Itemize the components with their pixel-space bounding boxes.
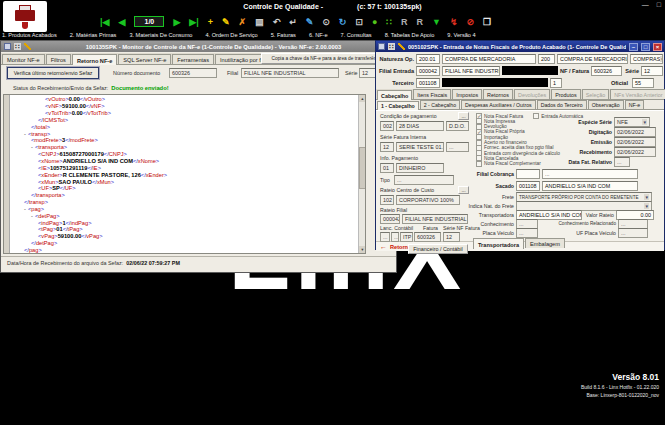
minimize-icon[interactable]: — xyxy=(642,1,649,8)
xml-left-scrollbar[interactable] xyxy=(4,95,10,253)
xml-vertical-scrollbar[interactable]: ▴ ▾ xyxy=(358,95,365,253)
menu-item-5-faturas[interactable]: 5. Faturas xyxy=(271,32,296,38)
scroll-down-icon[interactable]: ▾ xyxy=(359,246,366,253)
subtab-dados-do-terceiro[interactable]: Dados do Terceiro xyxy=(537,100,587,109)
sacado-code-field[interactable]: 001108 xyxy=(516,181,540,191)
menu-item-4-ordem-de-servi-o[interactable]: 4. Ordem De Serviço xyxy=(206,32,258,38)
serie-fatura-extra-field[interactable]: ... xyxy=(446,142,469,152)
subtab-nf-e[interactable]: NF-e xyxy=(625,100,645,109)
delete-icon[interactable]: ✗ xyxy=(239,17,247,27)
serie-fatura-desc-field[interactable]: SERIE TESTE 01.16 xyxy=(396,142,444,152)
natureza-desc-field[interactable]: COMPRA DE MERCADORIA xyxy=(442,54,536,64)
oficial-field[interactable]: 55 xyxy=(632,78,654,88)
tab-devolu-es[interactable]: Devoluções xyxy=(514,89,550,99)
nav-prev-icon[interactable]: ◀ xyxy=(118,17,125,27)
menu-item-7-consultas[interactable]: 7. Consultas xyxy=(341,32,372,38)
report-icon[interactable]: R xyxy=(401,17,408,27)
nav-first-icon[interactable]: |◀ xyxy=(100,17,109,27)
natureza-group-select[interactable]: COMPRAS xyxy=(630,54,663,64)
window-copy-icon[interactable]: ❐ xyxy=(483,17,491,27)
add-icon[interactable]: + xyxy=(208,17,213,27)
tab-monitor-nf-e[interactable]: Monitor NF-e xyxy=(2,54,45,64)
date-field-esp-cie-s-rie[interactable]: NFE xyxy=(614,117,650,127)
subtab-despesas-auxiliares-outros[interactable]: Despesas Auxiliares / Outros xyxy=(461,100,536,109)
sacado-name-field[interactable]: ANDRIELLO S/A IND COM xyxy=(542,181,638,191)
menu-item-8-tabelas-de-apoio[interactable]: 8. Tabelas De Apoio xyxy=(385,32,435,38)
nav-next-icon[interactable]: ▶ xyxy=(173,17,180,27)
serie-nf-fatura-field[interactable]: 12 xyxy=(443,232,460,242)
filial-cobranca-desc-field[interactable]: ... xyxy=(542,169,638,179)
lanc-field-3[interactable]: ITP xyxy=(400,232,413,242)
minimize-button[interactable]: – xyxy=(629,43,638,51)
grid-dots-icon[interactable]: ∷ xyxy=(386,17,392,27)
tab-itens-fiscais[interactable]: Itens Fiscais xyxy=(413,89,451,99)
edit-pencil-icon[interactable]: ✎ xyxy=(222,17,230,27)
rateio-filial-desc-field[interactable]: FILIAL NFE INDUSTRIAL 100% xyxy=(402,214,468,224)
scroll-thumb[interactable] xyxy=(359,147,366,189)
tab-nfs-vers-o-anterior[interactable]: NFs Versão Anterior xyxy=(610,89,665,99)
date-field-recebimento[interactable]: 02/06/2022 xyxy=(614,147,656,157)
menu-item-3-materiais-de-consumo[interactable]: 3. Materiais De Consumo xyxy=(129,32,192,38)
filial-desc-field[interactable]: FILIAL NFE INDUSTRIAL xyxy=(442,66,500,76)
subtab-1-cabe-alho[interactable]: 1 - Cabeçalho xyxy=(377,101,419,110)
filter-icon[interactable]: ▼ xyxy=(432,17,441,27)
monitor-window-titlebar[interactable]: ∷ 100135SPK - Monitor de Controle da NF-… xyxy=(1,41,396,52)
filial-code-field[interactable]: 000042 xyxy=(416,66,440,76)
serie-field[interactable]: 12 xyxy=(641,66,663,76)
tab-sql-server-nf-e[interactable]: SQL Server NF-e xyxy=(118,54,171,64)
collapse-icon[interactable]: - xyxy=(31,144,33,150)
subtab-observa-o[interactable]: Observação xyxy=(588,100,624,109)
subtab-2-cabe-alho[interactable]: 2 - Cabeçalho xyxy=(420,100,460,109)
confirm-icon[interactable]: ↵ xyxy=(289,17,297,27)
terceiro-count-field[interactable]: 1 xyxy=(550,78,562,88)
app-logo[interactable] xyxy=(3,1,47,32)
report-alt-icon[interactable]: R xyxy=(417,17,424,27)
preview-icon[interactable]: ⊡ xyxy=(355,17,363,27)
tab-impostos[interactable]: Impostos xyxy=(452,89,482,99)
tab-ferramentas[interactable]: Ferramentas xyxy=(172,54,214,64)
tab-retorno-nf-e[interactable]: Retorno NF-e xyxy=(72,54,117,65)
restore-icon[interactable]: □ xyxy=(657,1,661,8)
entrada-window-titlebar[interactable]: ∷ 005102SPK - Entrada de Notas Fiscais d… xyxy=(376,41,664,52)
close-button[interactable]: × xyxy=(653,43,662,51)
tab-cabe-alho[interactable]: Cabeçalho xyxy=(377,90,412,100)
cond-extra-field[interactable]: D.D.O. xyxy=(446,121,469,131)
doc-number-field[interactable]: 600326 xyxy=(169,68,217,78)
android-icon[interactable]: ● xyxy=(372,17,377,27)
uf-placa-field[interactable]: ... xyxy=(618,228,648,238)
date-field-data-fat-relativo[interactable]: ... xyxy=(614,157,630,167)
search-icon[interactable]: ⊙ xyxy=(322,17,330,27)
tab-sele-o[interactable]: Seleção xyxy=(582,89,609,99)
verify-sefaz-button[interactable]: Verifica último retorno/envio Sefaz xyxy=(7,67,99,79)
refresh-icon[interactable]: ↻ xyxy=(339,17,347,27)
menu-item-2-mat-rias-primas[interactable]: 2. Matérias Primas xyxy=(70,32,117,38)
lightning-icon[interactable]: ↯ xyxy=(450,17,458,27)
tipo-field[interactable]: ... xyxy=(394,175,454,185)
nf-fatura-field[interactable]: 600326 xyxy=(591,66,622,76)
rateio-filial-code-field[interactable]: 000042 xyxy=(380,214,400,224)
tab-filtros[interactable]: Filtros xyxy=(46,54,71,64)
save-icon[interactable]: ▤ xyxy=(255,17,264,27)
collapse-icon[interactable]: - xyxy=(31,213,33,219)
info-pag-code-field[interactable]: 01 xyxy=(380,163,394,173)
power-icon[interactable]: ⊘ xyxy=(467,17,475,27)
rateio-cc-code-field[interactable]: 102 xyxy=(380,195,394,205)
cond-code-field[interactable]: 002 xyxy=(380,121,394,131)
lanc-field-1[interactable]: ... xyxy=(380,232,390,242)
checkbox-nota-fiscal-complementar[interactable] xyxy=(476,161,482,167)
natureza-desc2-field[interactable]: COMPRA DE MERCADORIA xyxy=(557,54,628,64)
natureza-code-field[interactable]: 200.01 xyxy=(416,54,440,64)
transport-tab-transportadora[interactable]: Transportadora xyxy=(473,238,524,249)
date-field-digita-o[interactable]: 02/06/2022 xyxy=(614,127,656,137)
filial-cobranca-field[interactable] xyxy=(516,169,540,179)
filial-field[interactable]: FILIAL NFE INDUSTRIAL xyxy=(241,68,339,78)
cond-lookup-button[interactable]: ... xyxy=(458,112,469,120)
financeiro-contabil-button[interactable]: Financeiro / Contábil xyxy=(408,244,468,254)
info-pag-desc-field[interactable]: DINHEIRO xyxy=(396,163,444,173)
nav-last-icon[interactable]: ▶| xyxy=(189,17,198,27)
menu-item-1-produtos-acabados[interactable]: 1. Produtos Acabados xyxy=(2,32,57,38)
tab-produtos[interactable]: Produtos xyxy=(551,89,581,99)
lanc-field-2[interactable]: ... xyxy=(391,232,399,242)
date-field-emiss-o[interactable]: 02/06/2022 xyxy=(614,137,656,147)
rateio-cc-lookup-button[interactable]: ... xyxy=(458,186,469,194)
